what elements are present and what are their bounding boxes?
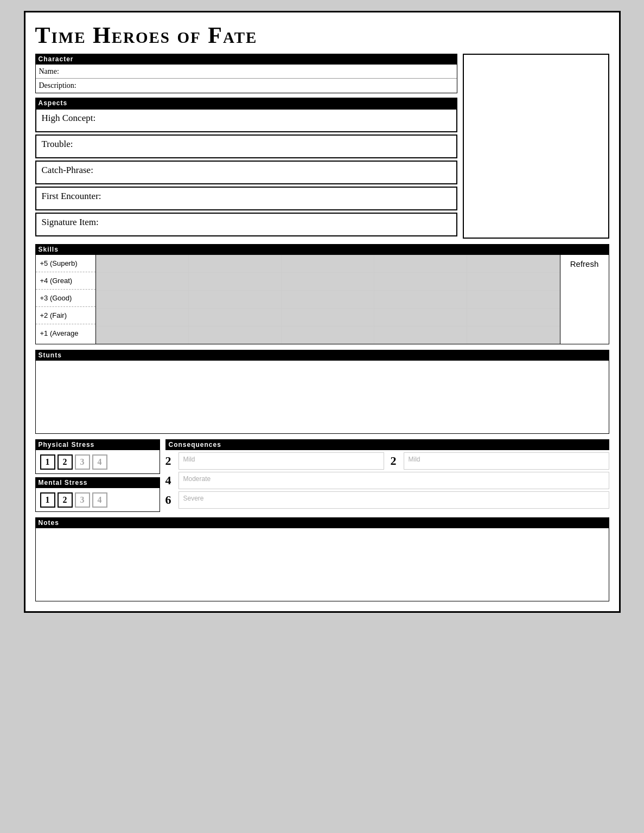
consequence-number-2: 2 [165,455,178,467]
physical-bubble-2[interactable]: 2 [58,454,73,470]
consequence-moderate[interactable]: Moderate [178,472,609,489]
physical-stress-bubbles: 1 2 3 4 [35,450,160,474]
consequence-row-moderate: 4 Moderate [165,472,609,489]
consequences-column: Consequences 2 Mild 2 Mild 4 [165,439,609,512]
stunts-box[interactable] [35,361,609,434]
skill-cell-3-1[interactable] [96,291,189,308]
consequence-number-2-right: 2 [391,455,404,467]
skill-cell-3-2[interactable] [189,291,282,308]
physical-bubble-1[interactable]: 1 [40,454,55,470]
notes-section: Notes [35,517,609,601]
skill-label-3: +3 (Good) [36,290,95,307]
skill-cell-1-1[interactable] [96,326,189,344]
stunts-section: Stunts [35,350,609,434]
skill-cell-5-1[interactable] [96,255,189,272]
mental-bubble-2[interactable]: 2 [58,492,73,508]
consequences-header: Consequences [165,439,609,450]
description-field-row: Description: [36,79,457,93]
skill-cell-1-5[interactable] [467,326,559,344]
mental-bubble-1[interactable]: 1 [40,492,55,508]
skill-label-5: +5 (Superb) [36,255,95,272]
consequence-severe[interactable]: Severe [178,491,609,509]
stress-column: Physical Stress 1 2 3 4 Mental Stress 1 … [35,439,160,512]
portrait-box [463,54,609,239]
mental-stress-bubbles: 1 2 3 4 [35,488,160,512]
skills-row-3 [96,291,560,309]
skill-label-1: +1 (Average [36,324,95,342]
physical-stress-header: Physical Stress [35,439,160,450]
notes-box[interactable] [35,528,609,601]
physical-bubble-4[interactable]: 4 [92,454,107,470]
catch-phrase-label: Catch-Phrase: [42,165,93,175]
skill-cell-2-4[interactable] [374,309,467,326]
skill-label-4: +4 (Great) [36,272,95,290]
character-sheet: Time Heroes of Fate Character Name: Desc… [24,11,621,613]
catch-phrase-box[interactable]: Catch-Phrase: [35,161,457,184]
skill-cell-5-2[interactable] [189,255,282,272]
skill-cell-4-3[interactable] [282,273,374,290]
name-label: Name: [39,67,59,76]
skill-cell-4-2[interactable] [189,273,282,290]
refresh-label: Refresh [570,259,599,268]
skills-labels: +5 (Superb) +4 (Great) +3 (Good) +2 (Fai… [36,255,96,344]
notes-textarea[interactable] [36,528,609,599]
name-field-row: Name: [36,65,457,79]
consequence-row-severe: 6 Severe [165,491,609,509]
physical-bubble-3[interactable]: 3 [75,454,90,470]
severe-label: Severe [183,495,204,502]
skill-cell-1-3[interactable] [282,326,374,344]
skills-section-header: Skills [35,244,609,255]
mild-label-right: Mild [409,456,420,463]
skill-cell-2-5[interactable] [467,309,559,326]
skill-cell-4-4[interactable] [374,273,467,290]
stress-consequences-section: Physical Stress 1 2 3 4 Mental Stress 1 … [35,439,609,512]
skills-row-2 [96,309,560,326]
mental-stress-header: Mental Stress [35,477,160,488]
skills-row-4 [96,273,560,291]
skill-cell-4-1[interactable] [96,273,189,290]
skill-cell-2-1[interactable] [96,309,189,326]
mental-bubble-3[interactable]: 3 [75,492,90,508]
skill-cell-5-3[interactable] [282,255,374,272]
trouble-box[interactable]: Trouble: [35,134,457,158]
stunts-textarea[interactable] [36,361,609,431]
description-input[interactable] [80,81,454,90]
stunts-section-header: Stunts [35,350,609,361]
high-concept-box[interactable]: High Concept: [35,108,457,132]
signature-item-label: Signature Item: [42,217,99,227]
character-section-header: Character [35,54,457,65]
name-input[interactable] [62,67,454,76]
consequence-row-mild: 2 Mild 2 Mild [165,452,609,470]
consequence-number-4: 4 [165,475,178,486]
skill-cell-3-3[interactable] [282,291,374,308]
consequence-mild-left[interactable]: Mild [178,452,384,470]
skills-row-1 [96,326,560,344]
character-fields: Name: Description: [35,65,457,93]
first-encounter-box[interactable]: First Encounter: [35,187,457,210]
skill-label-2: +2 (Fair) [36,307,95,324]
skill-cell-2-3[interactable] [282,309,374,326]
high-concept-label: High Concept: [42,113,96,123]
skill-cell-5-4[interactable] [374,255,467,272]
mental-bubble-4[interactable]: 4 [92,492,107,508]
skill-cell-3-4[interactable] [374,291,467,308]
sheet-title: Time Heroes of Fate [35,22,609,48]
skill-cell-3-5[interactable] [467,291,559,308]
refresh-box: Refresh [560,255,609,344]
skill-cell-4-5[interactable] [467,273,559,290]
skills-cells-area [96,255,560,344]
skill-cell-5-5[interactable] [467,255,559,272]
character-info-left: Character Name: Description: Aspects Hig… [35,54,457,239]
description-label: Description: [39,81,76,90]
signature-item-box[interactable]: Signature Item: [35,213,457,236]
consequence-mild-right[interactable]: Mild [404,452,609,470]
mild-label-left: Mild [183,456,195,463]
skills-row-5 [96,255,560,273]
trouble-label: Trouble: [42,139,73,149]
skill-cell-1-2[interactable] [189,326,282,344]
skill-cell-1-4[interactable] [374,326,467,344]
consequences-rows: 2 Mild 2 Mild 4 Moderate [165,450,609,511]
first-encounter-label: First Encounter: [42,191,101,201]
skill-cell-2-2[interactable] [189,309,282,326]
notes-section-header: Notes [35,517,609,528]
